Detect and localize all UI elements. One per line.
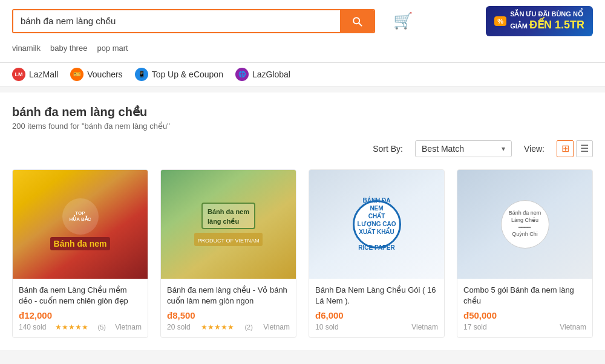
- product-stars: ★★★★★: [201, 323, 234, 331]
- product-bottom: 17 sold Vietnam: [463, 323, 586, 331]
- nav-item-lazmall[interactable]: LM LazMall: [12, 68, 58, 81]
- product-bottom: 20 sold ★★★★★ (2) Vietnam: [167, 323, 290, 331]
- vouchers-icon: 🎫: [70, 68, 83, 81]
- product-info: Bánh đa nem Làng Chều mềm dẻo - cuốn nem…: [13, 279, 148, 337]
- promo-percent-icon: %: [494, 16, 506, 26]
- product-grid: TOPHỦA BẮC Bánh đa nem Bánh đa nem Làng …: [12, 169, 593, 338]
- product-price: đ12,000: [19, 310, 142, 320]
- product-card[interactable]: Bánh đa nemlàng chều PRODUCT OF VIETNAM …: [160, 169, 296, 338]
- product-price: đ50,000: [463, 310, 586, 320]
- product-card[interactable]: TOPHỦA BẮC Bánh đa nem Bánh đa nem Làng …: [12, 169, 148, 338]
- topup-icon: 📱: [135, 68, 148, 81]
- nav-item-vouchers[interactable]: 🎫 Vouchers: [70, 68, 122, 81]
- product-name: Bánh Đa Nem Làng Chều Gói ( 16 Lá Nem ).: [315, 285, 438, 307]
- review-count: (5): [98, 323, 106, 331]
- product-image: BÁNH ĐA NEMCHẤT LƯỢNG CAOXUẤT KHẨURICE P…: [309, 170, 444, 279]
- trending-item-baby-three[interactable]: baby three: [50, 44, 87, 53]
- product-origin: Vietnam: [115, 323, 142, 331]
- product-name: Bánh đa nem làng chều - Vỏ bánh cuốn làm…: [167, 285, 290, 307]
- trending-item-pop-mart[interactable]: pop mart: [97, 44, 128, 53]
- product-sold: 17 sold: [463, 323, 487, 331]
- view-list-button[interactable]: ☰: [576, 140, 593, 157]
- product-name: Bánh đa nem Làng Chều mềm dẻo - cuốn nem…: [19, 285, 142, 307]
- trending-searches: vinamilk baby three pop mart: [12, 41, 593, 56]
- product-price: đ8,500: [167, 310, 290, 320]
- sort-bar: Sort By: Best Match ▾ View: ⊞ ☰: [12, 140, 593, 157]
- product-sold: 140 sold: [19, 323, 46, 331]
- cart-icon[interactable]: 🛒: [393, 11, 413, 30]
- product-origin: Vietnam: [411, 323, 438, 331]
- product-stars: ★★★★★: [55, 323, 88, 331]
- product-name: Combo 5 gói Bánh đa nem làng chều: [463, 285, 586, 307]
- product-card[interactable]: BÁNH ĐA NEMCHẤT LƯỢNG CAOXUẤT KHẨURICE P…: [309, 169, 445, 338]
- review-count: (2): [244, 323, 252, 331]
- lazglobal-icon: 🌐: [235, 68, 249, 81]
- topup-label: Top Up & eCoupon: [152, 70, 223, 79]
- product-info: Combo 5 gói Bánh đa nem làng chều đ50,00…: [457, 279, 592, 337]
- product-origin: Vietnam: [263, 323, 290, 331]
- search-bar: 🛒 % SẮN ƯU ĐÃI BÙNG NỔ GIẢM ĐẾN 1.5TR: [12, 6, 593, 36]
- trending-item-vinamilk[interactable]: vinamilk: [12, 44, 41, 53]
- lazglobal-label: LazGlobal: [252, 70, 290, 79]
- search-icon: [351, 15, 363, 27]
- view-label: View:: [524, 144, 544, 154]
- product-bottom: 140 sold ★★★★★ (5) Vietnam: [19, 323, 142, 331]
- product-image: Bánh đa nemLàng Chều━━━━Quỳnh Chi: [457, 170, 592, 279]
- product-info: Bánh đa nem làng chều - Vỏ bánh cuốn làm…: [161, 279, 296, 337]
- promo-banner[interactable]: % SẮN ƯU ĐÃI BÙNG NỔ GIẢM ĐẾN 1.5TR: [486, 6, 593, 36]
- sort-label: Sort By:: [373, 144, 403, 154]
- lazmall-label: LazMall: [29, 70, 58, 79]
- header: 🛒 % SẮN ƯU ĐÃI BÙNG NỔ GIẢM ĐẾN 1.5TR vi…: [0, 0, 605, 63]
- sort-value: Best Match: [422, 144, 464, 154]
- vouchers-label: Vouchers: [87, 70, 122, 79]
- lazmall-icon: LM: [12, 68, 25, 81]
- product-price: đ6,000: [315, 310, 438, 320]
- promo-amount: ĐẾN 1.5TR: [529, 19, 584, 31]
- main-content: bánh đa nem làng chều 200 items found fo…: [0, 93, 605, 350]
- view-toggle: ⊞ ☰: [557, 140, 593, 157]
- product-sold: 20 sold: [167, 323, 191, 331]
- product-origin: Vietnam: [560, 323, 586, 331]
- nav-bar: LM LazMall 🎫 Vouchers 📱 Top Up & eCoupon…: [0, 63, 605, 86]
- sort-select[interactable]: Best Match ▾: [415, 140, 512, 157]
- search-input-wrap: [12, 9, 375, 33]
- product-info: Bánh Đa Nem Làng Chều Gói ( 16 Lá Nem ).…: [309, 279, 444, 337]
- search-count: 200 items found for "bánh đa nem làng ch…: [12, 122, 593, 131]
- search-title: bánh đa nem làng chều: [12, 105, 593, 119]
- search-button[interactable]: [340, 10, 374, 32]
- nav-item-topup[interactable]: 📱 Top Up & eCoupon: [135, 68, 223, 81]
- product-image: TOPHỦA BẮC Bánh đa nem: [13, 170, 148, 279]
- product-card[interactable]: Bánh đa nemLàng Chều━━━━Quỳnh Chi Combo …: [457, 169, 593, 338]
- view-grid-button[interactable]: ⊞: [557, 140, 574, 157]
- product-image: Bánh đa nemlàng chều PRODUCT OF VIETNAM: [161, 170, 296, 279]
- product-sold: 10 sold: [315, 323, 339, 331]
- promo-prefix: SẮN ƯU ĐÃI BÙNG NỔ: [510, 10, 584, 18]
- promo-line2: GIẢM ĐẾN 1.5TR: [510, 18, 584, 32]
- nav-item-lazglobal[interactable]: 🌐 LazGlobal: [235, 68, 290, 81]
- chevron-down-icon: ▾: [502, 145, 505, 153]
- search-input[interactable]: [13, 10, 340, 32]
- product-bottom: 10 sold Vietnam: [315, 323, 438, 331]
